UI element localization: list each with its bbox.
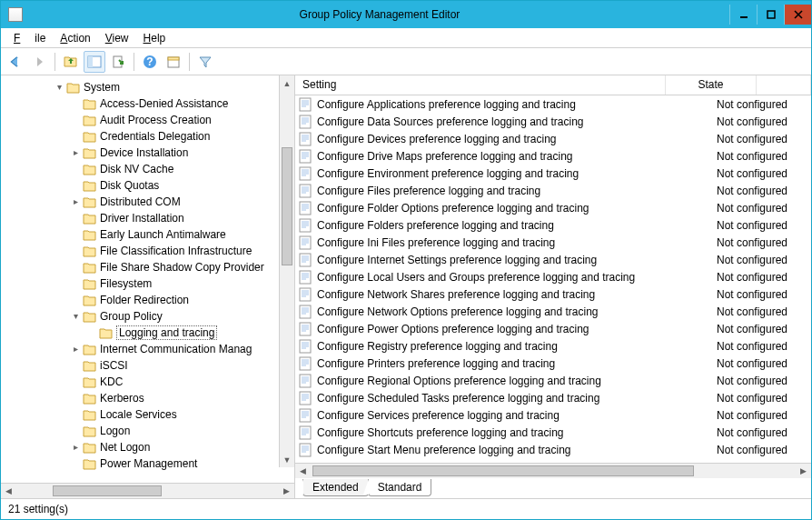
scroll-down-icon[interactable]: ▼	[280, 452, 294, 467]
expand-collapse-icon[interactable]: ▸	[70, 443, 81, 452]
expand-collapse-icon[interactable]: ▾	[54, 83, 64, 92]
list-item[interactable]: Configure Network Options preference log…	[295, 303, 811, 320]
export-list-button[interactable]	[107, 51, 129, 73]
column-setting[interactable]: Setting	[295, 75, 666, 95]
setting-name: Configure Internet Settings preference l…	[317, 254, 717, 266]
menu-view[interactable]: View	[98, 30, 136, 46]
scroll-left-icon[interactable]: ◀	[1, 484, 16, 498]
folder-icon	[83, 294, 97, 306]
list-item[interactable]: Configure Registry preference logging an…	[295, 337, 811, 355]
tree-item[interactable]: Credentials Delegation	[5, 128, 294, 145]
tree-item[interactable]: Kerberos	[5, 390, 294, 406]
scroll-thumb[interactable]	[312, 465, 694, 476]
scroll-right-icon[interactable]: ▶	[279, 484, 294, 498]
list-item[interactable]: Configure Printers preference logging an…	[295, 355, 811, 372]
minimize-button[interactable]	[729, 5, 757, 25]
expand-collapse-icon[interactable]: ▾	[70, 312, 81, 321]
folder-icon	[83, 130, 97, 143]
list-item[interactable]: Configure Start Menu preference logging …	[295, 441, 811, 458]
tab-standard[interactable]: Standard	[368, 479, 432, 496]
tree-item[interactable]: Power Management	[5, 455, 294, 472]
tree-item-label: Logging and tracing	[116, 325, 217, 340]
list-item[interactable]: Configure Drive Maps preference logging …	[295, 147, 811, 165]
tree-item[interactable]: iSCSI	[5, 357, 294, 374]
tree-item[interactable]: Driver Installation	[5, 210, 294, 226]
filter-button[interactable]	[194, 51, 216, 73]
policy-icon	[299, 149, 313, 164]
scroll-thumb[interactable]	[53, 485, 162, 496]
list-item[interactable]: Configure Devices preference logging and…	[295, 130, 811, 147]
nav-back-button[interactable]	[5, 51, 26, 73]
list-horizontal-scrollbar[interactable]: ◀ ▶	[295, 463, 811, 478]
menu-file[interactable]: File	[6, 30, 53, 46]
help-button[interactable]: ?	[139, 51, 161, 73]
tree-item[interactable]: ▾System	[5, 79, 294, 95]
list-item[interactable]: Configure Internet Settings preference l…	[295, 251, 811, 268]
tree-item[interactable]: ▸Device Installation	[5, 145, 294, 161]
list-item[interactable]: Configure Shortcuts preference logging a…	[295, 424, 811, 441]
tree-vertical-scrollbar[interactable]: ▲ ▼	[279, 75, 294, 467]
tree-item[interactable]: File Classification Infrastructure	[5, 243, 294, 259]
tree-item-label: Folder Redirection	[100, 294, 189, 306]
tree-item[interactable]: Folder Redirection	[5, 292, 294, 308]
setting-state: Not configured	[717, 115, 807, 128]
menu-action[interactable]: Action	[53, 30, 97, 46]
tab-extended[interactable]: Extended	[302, 479, 369, 496]
tree-item[interactable]: Audit Process Creation	[5, 112, 294, 128]
list-item[interactable]: Configure Power Options preference loggi…	[295, 320, 811, 337]
tree-item-label: Disk NV Cache	[100, 163, 173, 175]
scroll-right-icon[interactable]: ▶	[796, 464, 811, 478]
list-item[interactable]: Configure Data Sources preference loggin…	[295, 113, 811, 130]
tree-item[interactable]: Disk NV Cache	[5, 161, 294, 177]
tree-item[interactable]: File Share Shadow Copy Provider	[5, 259, 294, 275]
list-item[interactable]: Configure Scheduled Tasks preference log…	[295, 389, 811, 406]
tree[interactable]: ▾SystemAccess-Denied AssistanceAudit Pro…	[1, 75, 294, 475]
list-item[interactable]: Configure Folder Options preference logg…	[295, 199, 811, 216]
expand-collapse-icon[interactable]: ▸	[70, 148, 81, 157]
list-body[interactable]: Configure Applications preference loggin…	[295, 95, 811, 463]
folder-icon	[83, 392, 97, 405]
tree-item[interactable]: ▸Internet Communication Manag	[5, 341, 294, 357]
tree-item[interactable]: Filesystem	[5, 275, 294, 292]
list-item[interactable]: Configure Ini Files preference logging a…	[295, 234, 811, 251]
scroll-thumb[interactable]	[282, 147, 292, 265]
up-one-level-button[interactable]	[60, 51, 82, 73]
tree-item[interactable]: Access-Denied Assistance	[5, 95, 294, 112]
maximize-button[interactable]	[757, 5, 784, 25]
list-item[interactable]: Configure Files preference logging and t…	[295, 182, 811, 199]
list-item[interactable]: Configure Local Users and Groups prefere…	[295, 268, 811, 285]
tree-horizontal-scrollbar[interactable]: ◀ ▶	[1, 483, 294, 498]
list-item[interactable]: Configure Folders preference logging and…	[295, 216, 811, 234]
properties-button[interactable]	[163, 51, 184, 73]
list-item[interactable]: Configure Applications preference loggin…	[295, 95, 811, 113]
expand-collapse-icon[interactable]: ▸	[70, 197, 81, 206]
tree-item[interactable]: Early Launch Antimalware	[5, 226, 294, 243]
tree-item-label: Logon	[100, 425, 130, 437]
close-button[interactable]	[784, 5, 811, 25]
column-state[interactable]: State	[666, 75, 757, 95]
policy-icon	[299, 305, 313, 319]
list-item[interactable]: Configure Regional Options preference lo…	[295, 372, 811, 389]
tree-item[interactable]: Disk Quotas	[5, 177, 294, 194]
setting-state: Not configured	[717, 133, 807, 145]
list-item[interactable]: Configure Services preference logging an…	[295, 406, 811, 424]
tree-item[interactable]: Logging and tracing	[5, 325, 294, 341]
list-item[interactable]: Configure Environment preference logging…	[295, 165, 811, 182]
expand-collapse-icon[interactable]: ▸	[70, 345, 81, 354]
tree-item[interactable]: ▾Group Policy	[5, 308, 294, 325]
tree-item[interactable]: ▸Distributed COM	[5, 194, 294, 210]
folder-icon	[83, 261, 97, 274]
tree-item-label: Net Logon	[100, 441, 150, 454]
tree-item[interactable]: ▸Net Logon	[5, 439, 294, 455]
menu-help[interactable]: Help	[136, 30, 173, 46]
tree-item[interactable]: Locale Services	[5, 406, 294, 423]
list-header: Setting State	[295, 75, 811, 95]
list-item[interactable]: Configure Network Shares preference logg…	[295, 285, 811, 303]
tree-item[interactable]: KDC	[5, 374, 294, 390]
nav-forward-button[interactable]	[28, 51, 50, 73]
tree-item[interactable]: Logon	[5, 423, 294, 439]
tree-item-label: Credentials Delegation	[100, 130, 210, 143]
scroll-left-icon[interactable]: ◀	[295, 464, 311, 478]
show-hide-tree-button[interactable]	[84, 51, 105, 73]
scroll-up-icon[interactable]: ▲	[280, 75, 294, 91]
